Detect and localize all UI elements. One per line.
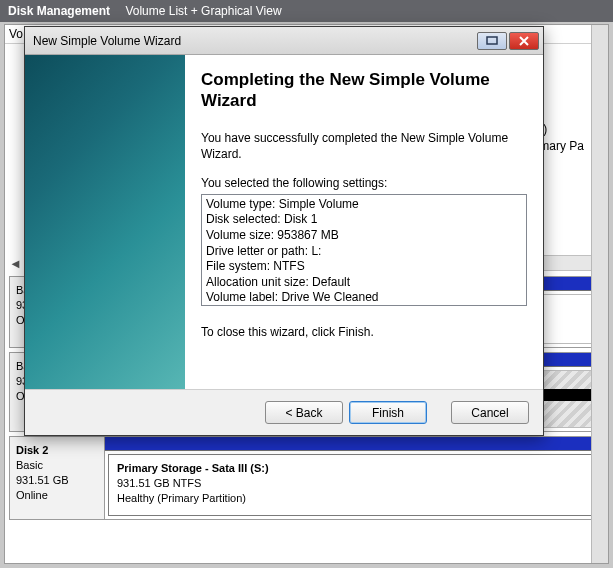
partition-title: Primary Storage - Sata III (S:)	[117, 461, 591, 476]
back-button[interactable]: < Back	[265, 401, 343, 424]
vertical-scrollbar[interactable]	[591, 25, 608, 563]
wizard-content: Completing the New Simple Volume Wizard …	[185, 55, 543, 389]
new-simple-volume-wizard: New Simple Volume Wizard Completing the …	[24, 26, 544, 436]
settings-label: You selected the following settings:	[201, 176, 527, 190]
disk2-info: Disk 2 Basic 931.51 GB Online	[10, 437, 105, 519]
app-title: Disk Management	[8, 4, 110, 18]
app-header: Disk Management Volume List + Graphical …	[0, 0, 613, 22]
svg-rect-0	[487, 37, 497, 44]
partition-health: Healthy (Primary Partition)	[117, 491, 591, 506]
disk-type: Basic	[16, 458, 98, 473]
wizard-side-graphic	[25, 55, 185, 389]
finish-button[interactable]: Finish	[349, 401, 427, 424]
view-mode-label: Volume List + Graphical View	[125, 4, 281, 18]
maximize-button[interactable]	[477, 32, 507, 50]
wizard-success-message: You have successfully completed the New …	[201, 130, 527, 162]
settings-listbox[interactable]	[201, 194, 527, 306]
maximize-icon	[486, 36, 498, 45]
wizard-body: Completing the New Simple Volume Wizard …	[25, 55, 543, 389]
disk-status: Online	[16, 488, 98, 503]
wizard-heading: Completing the New Simple Volume Wizard	[201, 69, 527, 112]
close-icon	[518, 36, 530, 46]
partition-info: 931.51 GB NTFS	[117, 476, 591, 491]
disk-size: 931.51 GB	[16, 473, 98, 488]
wizard-title-text: New Simple Volume Wizard	[33, 34, 475, 48]
disk2-stripe	[105, 437, 603, 451]
close-button[interactable]	[509, 32, 539, 50]
wizard-footer: < Back Finish Cancel	[25, 389, 543, 435]
wizard-titlebar[interactable]: New Simple Volume Wizard	[25, 27, 543, 55]
wizard-close-message: To close this wizard, click Finish.	[201, 325, 527, 339]
disk2-partition[interactable]: Primary Storage - Sata III (S:) 931.51 G…	[108, 454, 600, 516]
disk-name: Disk 2	[16, 443, 98, 458]
cancel-button[interactable]: Cancel	[451, 401, 529, 424]
disk-row-disk2: Disk 2 Basic 931.51 GB Online Primary St…	[9, 436, 604, 520]
